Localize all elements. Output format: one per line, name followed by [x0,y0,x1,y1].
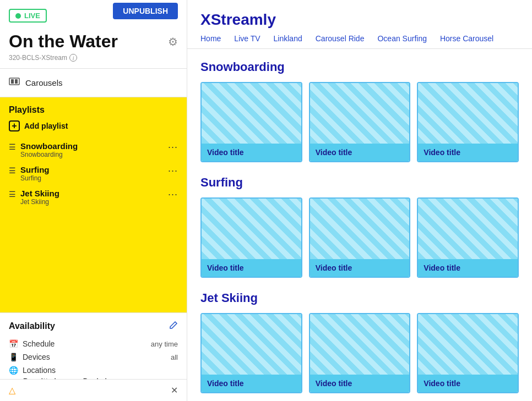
video-grid-jet-skiing: Video title Video title Video title [200,313,519,393]
nav-item-ocean-surfing[interactable]: Ocean Surfing [377,34,427,43]
app-title: XStreamly [200,11,519,29]
main-content: XStreamly Home Live TV Linkland Carousel… [187,0,532,401]
video-card[interactable]: Video title [417,197,519,278]
video-thumbnail [202,83,301,144]
video-thumbnail [310,83,410,144]
carousels-label: Carousels [25,78,63,87]
video-title: Video title [418,259,518,277]
svg-rect-2 [15,79,18,84]
playlist-item-jet-skiing[interactable]: ☰ Jet Skiing Jet Skiing ··· [9,185,178,209]
playlist-name-2: Surfing [20,165,50,174]
availability-title: Availability [9,321,55,331]
sidebar: LIVE UNPUBLISH On the Water ⚙ 320-BCLS-X… [0,0,187,401]
nav-bar: Home Live TV Linkland Carousel Ride Ocea… [200,34,519,43]
playlists-heading: Playlists [9,105,178,115]
video-thumbnail [310,199,410,259]
video-title: Video title [310,375,410,392]
video-title: Video title [202,375,301,392]
playlist-item-snowboarding[interactable]: ☰ Snowboarding Snowboarding ··· [9,138,178,162]
video-grid-surfing: Video title Video title Video title [200,197,519,278]
unpublish-button[interactable]: UNPUBLISH [113,3,178,19]
devices-label: Devices [23,353,50,361]
video-card[interactable]: Video title [309,82,411,162]
avail-row-devices: 📱 Devices all [9,350,178,364]
main-header: XStreamly Home Live TV Linkland Carousel… [187,0,532,49]
video-title: Video title [310,259,410,277]
edit-icon[interactable] [169,321,178,332]
video-card[interactable]: Video title [200,313,302,393]
playlist-sub-1: Snowboarding [20,151,78,158]
playlist-name-1: Snowboarding [20,141,78,151]
svg-rect-1 [11,79,14,84]
add-playlist-label: Add playlist [24,122,68,130]
playlist-menu-3[interactable]: ··· [168,189,178,200]
video-card[interactable]: Video title [309,313,411,393]
page-title: On the Water [9,31,118,52]
video-thumbnail [310,314,410,375]
video-thumbnail [418,314,518,375]
warning-icon: △ [9,385,15,395]
carousels-icon [9,76,20,89]
nav-item-horse-carousel[interactable]: Horse Carousel [440,34,493,43]
video-title: Video title [202,259,301,277]
video-thumbnail [202,314,301,375]
section-title-surfing: Surfing [200,175,519,190]
section-title-jet-skiing: Jet Skiing [200,291,519,305]
avail-row-locations: 🌐 Locations [9,366,178,375]
playlists-section: Playlists + Add playlist ☰ Snowboarding … [0,97,187,312]
add-playlist-button[interactable]: + Add playlist [9,120,68,131]
nav-item-home[interactable]: Home [200,34,221,43]
schedule-label: Schedule [23,339,55,348]
stream-id-text: 320-BCLS-XStream [9,54,67,62]
video-thumbnail [418,199,518,259]
video-title: Video title [418,144,518,161]
list-icon: ☰ [9,142,16,151]
nav-item-linkland[interactable]: Linkland [274,34,302,43]
live-badge[interactable]: LIVE [9,9,47,23]
playlist-item-surfing[interactable]: ☰ Surfing Surfing ··· [9,162,178,185]
live-dot-icon [15,13,21,19]
availability-header: Availability [9,321,178,332]
sidebar-bottom-bar: △ ✕ [0,379,187,401]
video-title: Video title [418,375,518,392]
video-card[interactable]: Video title [309,197,411,278]
video-card[interactable]: Video title [200,197,302,278]
nav-item-livetv[interactable]: Live TV [234,34,260,43]
gear-icon[interactable]: ⚙ [168,35,178,48]
video-title: Video title [202,144,301,161]
calendar-icon: 📅 [9,339,18,348]
video-card[interactable]: Video title [417,313,519,393]
close-icon[interactable]: ✕ [171,385,178,395]
video-thumbnail [418,83,518,144]
sidebar-top: LIVE UNPUBLISH On the Water ⚙ 320-BCLS-X… [0,0,187,62]
carousels-section[interactable]: Carousels [0,68,187,97]
video-thumbnail [202,199,301,259]
playlist-name-3: Jet Skiing [20,189,59,198]
section-title-snowboarding: Snowboarding [200,60,519,74]
playlist-menu-2[interactable]: ··· [168,165,178,177]
page-title-row: On the Water ⚙ [9,31,178,52]
locations-label: Locations [23,366,56,375]
svg-rect-0 [9,78,19,85]
video-title: Video title [310,144,410,161]
stream-id: 320-BCLS-XStream i [9,54,178,62]
avail-row-schedule: 📅 Schedule any time [9,337,178,350]
main-body: Snowboarding Video title Video title Vid… [187,49,532,401]
video-card[interactable]: Video title [200,82,302,162]
playlist-sub-2: Surfing [20,174,50,182]
globe-icon: 🌐 [9,366,18,375]
schedule-val: any time [151,340,178,348]
live-label: LIVE [24,12,40,20]
list-icon-2: ☰ [9,166,16,175]
playlist-menu-1[interactable]: ··· [168,141,178,153]
add-icon: + [9,120,20,131]
info-icon: i [69,54,77,62]
video-grid-snowboarding: Video title Video title Video title [200,82,519,162]
playlist-sub-3: Jet Skiing [20,198,59,206]
video-card[interactable]: Video title [417,82,519,162]
nav-item-carousel-ride[interactable]: Carousel Ride [316,34,365,43]
devices-val: all [171,353,178,361]
list-icon-3: ☰ [9,190,16,199]
devices-icon: 📱 [9,353,18,361]
